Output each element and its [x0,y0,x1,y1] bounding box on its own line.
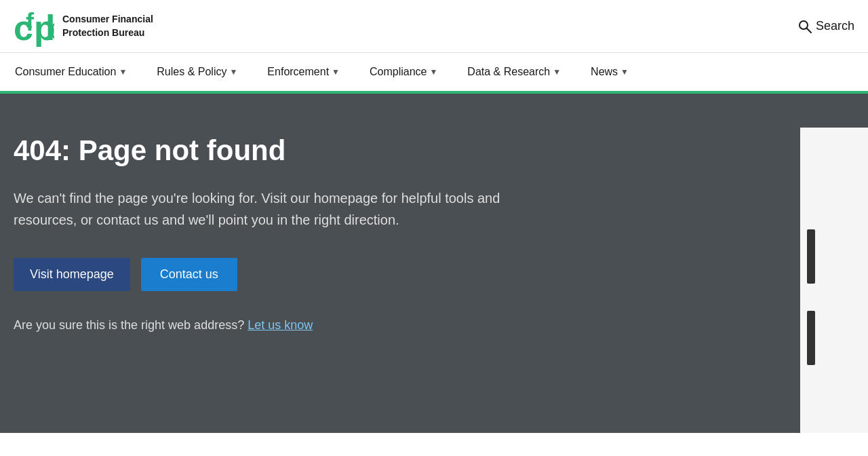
main-nav: Consumer Education ▼ Rules & Policy ▼ En… [0,53,868,94]
chevron-down-icon: ▼ [229,67,237,77]
chevron-down-icon: ▼ [620,67,629,77]
svg-text:b: b [45,8,54,47]
nav-item-compliance[interactable]: Compliance ▼ [355,53,452,91]
svg-line-5 [807,28,811,33]
svg-point-4 [800,21,808,29]
nav-item-news[interactable]: News ▼ [576,53,644,91]
illustration-panel [800,128,868,433]
nav-item-enforcement[interactable]: Enforcement ▼ [252,53,355,91]
error-title: 404: Page not found [14,134,868,167]
let-us-know-link[interactable]: Let us know [248,318,313,332]
illustration-block-top [807,229,815,284]
error-main: 404: Page not found We can't find the pa… [0,94,868,433]
nav-list: Consumer Education ▼ Rules & Policy ▼ En… [0,53,644,91]
search-icon [798,20,812,33]
visit-homepage-button[interactable]: Visit homepage [14,258,130,291]
contact-us-button[interactable]: Contact us [141,258,237,291]
chevron-down-icon: ▼ [119,67,127,77]
error-description: We can't find the page you're looking fo… [14,187,542,231]
web-address-prompt: Are you sure this is the right web addre… [14,318,868,332]
search-button[interactable]: Search [798,19,854,33]
illustration-block-bottom [807,311,815,365]
site-header: c f p b Consumer Financial Protection Bu… [0,0,868,53]
logo-area[interactable]: c f p b Consumer Financial Protection Bu… [14,6,153,47]
chevron-down-icon: ▼ [429,67,437,77]
nav-item-data-research[interactable]: Data & Research ▼ [452,53,576,91]
nav-item-rules-policy[interactable]: Rules & Policy ▼ [142,53,252,91]
chevron-down-icon: ▼ [332,67,340,77]
cfpb-logo-icon: c f p b [14,6,54,47]
action-buttons: Visit homepage Contact us [14,258,868,291]
nav-item-consumer-education[interactable]: Consumer Education ▼ [0,53,142,91]
chevron-down-icon: ▼ [553,67,561,77]
org-name: Consumer Financial Protection Bureau [62,13,153,39]
